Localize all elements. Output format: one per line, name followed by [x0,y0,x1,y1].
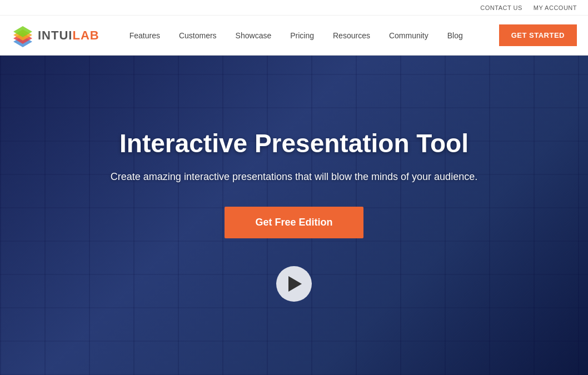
nav-showcase[interactable]: Showcase [228,27,280,44]
hero-content: Interactive Presentation Tool Create ama… [99,118,489,313]
contact-us-link[interactable]: CONTACT US [480,4,522,11]
get-free-edition-button[interactable]: Get Free Edition [225,207,363,238]
nav-community[interactable]: Community [381,27,436,44]
utility-bar: CONTACT US MY ACCOUNT [0,0,588,16]
nav-features[interactable]: Features [122,27,168,44]
nav-pricing[interactable]: Pricing [282,27,322,44]
nav-links: Features Customers Showcase Pricing Reso… [122,27,499,44]
play-triangle-icon [288,276,302,292]
nav-blog[interactable]: Blog [440,27,471,44]
navbar: INTUILAB Features Customers Showcase Pri… [0,16,588,56]
hero-section: Interactive Presentation Tool Create ama… [0,56,588,375]
my-account-link[interactable]: MY ACCOUNT [534,4,577,11]
play-circle [276,266,312,302]
get-started-button[interactable]: GET STARTED [499,24,577,46]
play-button[interactable] [111,266,477,302]
logo-text: INTUILAB [38,28,99,43]
logo-icon [11,24,34,47]
nav-resources[interactable]: Resources [325,27,378,44]
nav-customers[interactable]: Customers [171,27,225,44]
logo-link[interactable]: INTUILAB [11,24,99,47]
hero-title: Interactive Presentation Tool [111,129,477,158]
hero-subtitle: Create amazing interactive presentations… [111,169,477,184]
